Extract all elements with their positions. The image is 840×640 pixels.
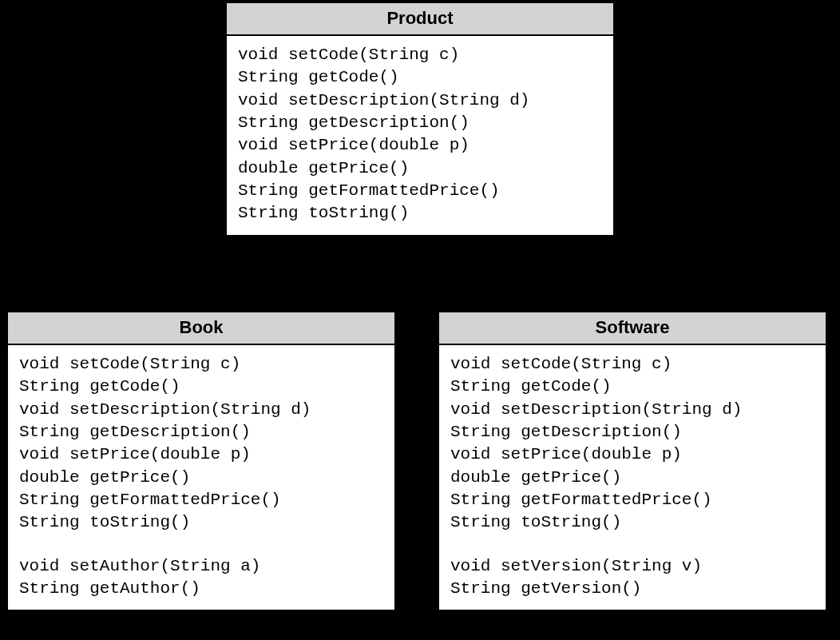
- method: void setDescription(String d): [450, 399, 814, 421]
- method: void setVersion(String v): [450, 555, 814, 578]
- method: String toString(): [19, 511, 383, 534]
- method: double getPrice(): [450, 467, 814, 489]
- method: String toString(): [450, 511, 814, 534]
- method: String toString(): [238, 202, 602, 225]
- method-group-separator: [450, 535, 814, 555]
- class-title-book: Book: [8, 312, 394, 345]
- method: void setPrice(double p): [450, 443, 814, 466]
- method: String getDescription(): [19, 421, 383, 443]
- method: void setPrice(double p): [19, 443, 383, 466]
- class-title-product: Product: [227, 3, 613, 36]
- method: String getAuthor(): [19, 578, 383, 600]
- method: void setCode(String c): [238, 44, 602, 66]
- method: double getPrice(): [238, 157, 602, 180]
- method: double getPrice(): [19, 467, 383, 489]
- class-body-product: void setCode(String c) String getCode() …: [227, 36, 613, 235]
- class-body-software: void setCode(String c) String getCode() …: [439, 345, 826, 610]
- diagram-canvas: Product void setCode(String c) String ge…: [0, 0, 840, 640]
- method: String getDescription(): [238, 112, 602, 134]
- method: String getFormattedPrice(): [238, 180, 602, 202]
- method: void setPrice(double p): [238, 134, 602, 157]
- method: String getVersion(): [450, 578, 814, 600]
- method: String getCode(): [238, 66, 602, 89]
- class-box-book: Book void setCode(String c) String getCo…: [6, 311, 396, 611]
- method: void setDescription(String d): [238, 89, 602, 112]
- class-title-software: Software: [439, 312, 826, 345]
- class-box-product: Product void setCode(String c) String ge…: [225, 2, 615, 237]
- method: String getCode(): [450, 376, 814, 398]
- method: String getFormattedPrice(): [450, 489, 814, 511]
- method-group-separator: [19, 535, 383, 555]
- method: String getFormattedPrice(): [19, 489, 383, 511]
- method: void setCode(String c): [450, 353, 814, 376]
- class-box-software: Software void setCode(String c) String g…: [438, 311, 827, 611]
- method: void setDescription(String d): [19, 399, 383, 421]
- method: void setCode(String c): [19, 353, 383, 376]
- class-body-book: void setCode(String c) String getCode() …: [8, 345, 394, 610]
- method: void setAuthor(String a): [19, 555, 383, 578]
- method: String getDescription(): [450, 421, 814, 443]
- method: String getCode(): [19, 376, 383, 398]
